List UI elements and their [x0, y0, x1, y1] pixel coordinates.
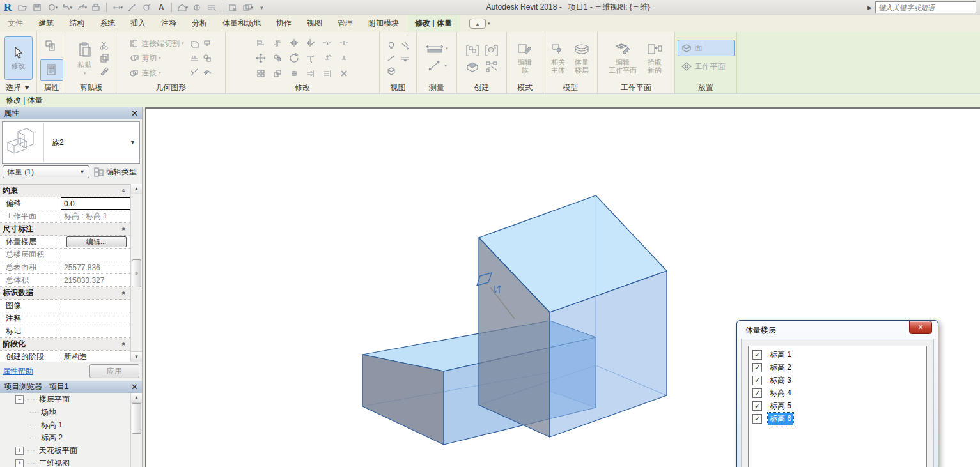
checkbox-checked-icon[interactable]: ✓ — [752, 376, 762, 385]
tab-manage[interactable]: 管理 — [330, 15, 361, 32]
panel-properties-label[interactable]: 属性 — [37, 82, 66, 93]
unjoin-icon[interactable] — [189, 67, 199, 77]
group-phasing[interactable]: 阶段化« — [0, 338, 131, 351]
panel-clipboard-label[interactable]: 剪贴板 — [66, 82, 116, 93]
level-item-4[interactable]: ✓标高 4 — [749, 387, 926, 399]
align-left-icon[interactable] — [306, 68, 316, 79]
tree-item-floor-plans[interactable]: − ····楼层平面 — [0, 393, 131, 406]
place-on-workplane-button[interactable]: 工作平面 — [678, 58, 735, 75]
search-input[interactable] — [875, 1, 976, 13]
thin-lines-icon[interactable] — [205, 2, 218, 13]
create-similar-icon[interactable] — [485, 44, 499, 57]
pin-position-icon[interactable] — [289, 68, 299, 79]
align-list-icon[interactable] — [322, 68, 332, 79]
browser-scroll-thumb[interactable] — [132, 403, 141, 434]
cut-icon[interactable] — [99, 40, 109, 50]
print-icon[interactable] — [89, 2, 102, 13]
delete-icon[interactable] — [339, 68, 349, 79]
trim-extend-icon[interactable] — [306, 53, 316, 63]
edit-type-button[interactable]: 编辑类型 — [94, 167, 137, 178]
type-selector[interactable]: 族2 ▼ — [2, 121, 140, 164]
tree-item-level-2[interactable]: ····标高 2 — [0, 431, 131, 444]
panel-select-label[interactable]: 选择 ▼ — [0, 82, 36, 93]
scroll-up-icon[interactable]: ▲ — [131, 184, 142, 194]
infocenter-expand-icon[interactable]: ▶ — [867, 4, 872, 11]
properties-header[interactable]: 属性 ✕ — [0, 107, 142, 119]
checkbox-checked-icon[interactable]: ✓ — [752, 401, 762, 411]
properties-toggle-button[interactable] — [40, 59, 63, 81]
ribbon-minimize-dropdown-icon[interactable]: ▾ — [488, 21, 490, 26]
paint-icon[interactable] — [202, 39, 212, 49]
tab-modify-mass-active[interactable]: 修改 | 体量 — [407, 15, 460, 32]
collapse-icon[interactable]: − — [15, 395, 24, 404]
hide-category-icon[interactable] — [400, 53, 410, 63]
create-assembly-icon[interactable] — [465, 60, 479, 73]
checkbox-checked-icon[interactable]: ✓ — [752, 414, 762, 424]
section-icon[interactable] — [191, 2, 203, 13]
move-icon[interactable] — [255, 52, 267, 64]
sync-icon[interactable]: ▾ — [45, 2, 58, 13]
tab-collaborate[interactable]: 协作 — [268, 15, 299, 32]
properties-scrollbar[interactable]: ▲ ≡ ▼ — [130, 184, 142, 362]
split-gap-icon[interactable] — [339, 38, 349, 48]
default-3d-view-icon[interactable]: ▾ — [176, 2, 189, 13]
properties-close-icon[interactable]: ✕ — [131, 109, 138, 118]
unpin-icon[interactable] — [339, 53, 349, 63]
project-browser-header[interactable]: 项目浏览器 - 项目1 ✕ — [0, 381, 142, 393]
place-on-face-button[interactable]: 面 — [678, 40, 735, 56]
array-icon[interactable] — [256, 68, 266, 79]
tab-massing-site[interactable]: 体量和场地 — [215, 15, 268, 32]
redo-icon[interactable]: ▾ — [75, 2, 88, 13]
beam-joins-icon[interactable] — [189, 53, 199, 63]
browser-scroll-up-icon[interactable]: ▲ — [131, 393, 142, 403]
mass-floors-edit-button[interactable]: 编辑... — [66, 236, 127, 247]
level-item-1[interactable]: ✓标高 1 — [749, 348, 926, 361]
wall-joins-icon[interactable] — [189, 39, 199, 49]
ribbon-minimize-icon[interactable]: ▲ — [469, 19, 486, 29]
modify-tool-button[interactable]: 修改 — [4, 36, 33, 80]
tree-item-site[interactable]: ····场地 — [0, 406, 131, 418]
apply-button[interactable]: 应用 — [89, 364, 139, 378]
related-hosts-button[interactable]: 相关 主体 — [550, 42, 566, 74]
expand-icon[interactable]: + — [15, 459, 24, 467]
split-icon[interactable] — [322, 38, 332, 48]
level-item-3[interactable]: ✓标高 3 — [749, 374, 926, 387]
group-constraints[interactable]: 约束« — [0, 185, 131, 197]
tag-icon[interactable] — [140, 2, 153, 13]
level-item-2[interactable]: ✓标高 2 — [749, 361, 926, 374]
tree-item-ceiling-plans[interactable]: + ····天花板平面 — [0, 444, 131, 457]
customize-qat-icon[interactable]: ▾ — [256, 2, 268, 13]
scale-icon[interactable] — [272, 68, 283, 79]
paste-button[interactable]: 粘贴 ▾ — [74, 37, 97, 79]
mass-floors-button[interactable]: 体量 楼层 — [573, 42, 591, 74]
panel-workplane-label[interactable]: 工作平面 — [598, 82, 674, 93]
create-group-icon[interactable] — [465, 44, 479, 57]
dialog-close-button[interactable]: ✕ — [909, 321, 932, 334]
save-icon[interactable] — [31, 2, 43, 13]
scroll-thumb[interactable]: ≡ — [132, 259, 141, 287]
aligned-dimension-button[interactable]: ▾ — [426, 59, 447, 73]
browser-scrollbar[interactable]: ▲ — [130, 393, 142, 467]
cut-geometry-cope-button[interactable]: 连接端切割▾ — [129, 38, 184, 49]
panel-mode-label[interactable]: 模式 — [507, 82, 543, 93]
copy-icon[interactable] — [99, 53, 109, 63]
offset-icon[interactable] — [272, 38, 283, 48]
mirror-axis-icon[interactable] — [289, 38, 299, 48]
edit-family-button[interactable]: 编辑 族 — [517, 42, 533, 74]
undo-icon[interactable]: ▾ — [60, 2, 73, 13]
panel-create-label[interactable]: 创建 — [457, 82, 506, 93]
rotate-icon[interactable] — [288, 52, 300, 64]
pick-new-host-button[interactable]: 拾取 新的 — [646, 42, 664, 74]
group-dimensions[interactable]: 尺寸标注« — [0, 223, 131, 236]
tab-insert[interactable]: 插入 — [123, 15, 153, 32]
aligned-dimension-icon[interactable] — [125, 2, 138, 13]
level-item-6-selected[interactable]: ✓标高 6 — [749, 412, 926, 425]
tab-analyze[interactable]: 分析 — [184, 15, 215, 32]
panel-modify-label[interactable]: 修改 — [226, 82, 379, 93]
open-icon[interactable] — [16, 2, 29, 13]
match-properties-icon[interactable] — [99, 66, 109, 77]
panel-measure-label[interactable]: 测量 — [417, 82, 456, 93]
pick-to-edit-icon[interactable] — [485, 60, 499, 73]
panel-geometry-label[interactable]: 几何图形 — [116, 82, 225, 93]
tab-systems[interactable]: 系统 — [92, 15, 123, 32]
